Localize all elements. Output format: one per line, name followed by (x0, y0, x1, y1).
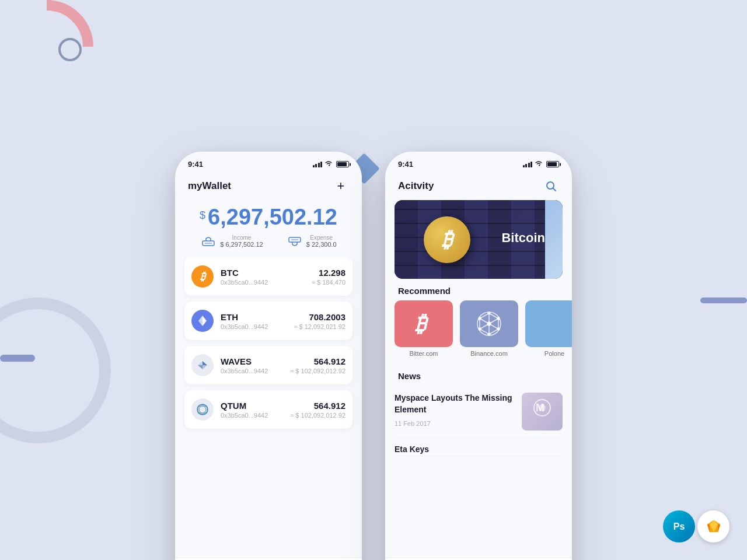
status-bar-2: 9:41 (385, 152, 572, 172)
recommend-card-binance[interactable]: Binance.com (460, 300, 518, 357)
status-time-1: 9:41 (188, 160, 203, 169)
phone-wallet: 9:41 (175, 152, 362, 560)
hero-preview-strip (545, 200, 563, 279)
eth-icon (196, 314, 209, 327)
svg-point-28 (487, 322, 491, 326)
news-title-1: Myspace Layouts The Missing Element (395, 393, 515, 415)
hero-image: ₿ Bitcoin (395, 200, 563, 279)
btc-logo: ₿ (191, 265, 214, 288)
eth-address: 0x3b5ca0...9442 (221, 323, 294, 330)
svg-text:M: M (536, 402, 544, 414)
add-button[interactable]: + (333, 178, 349, 194)
tools-badges: Ps (663, 510, 729, 542)
svg-point-34 (479, 317, 481, 320)
binance-image (460, 300, 518, 347)
coin-item-btc[interactable]: ₿ BTC 0x3b5ca0...9442 12.298 ≈ $ 184,470 (184, 257, 352, 296)
eth-name: ETH (221, 312, 294, 322)
balance-section: $ 6,297,502.12 Income (175, 199, 362, 257)
btc-address: 0x3b5ca0...9442 (221, 279, 312, 286)
phone-activity: 9:41 (385, 152, 572, 560)
qtum-usd: ≈ $ 102,092,012.92 (290, 412, 345, 419)
income-icon (200, 236, 217, 247)
recommend-title: Recommend (385, 279, 572, 300)
balance-display: $ 6,297,502.12 (188, 205, 349, 230)
bitter-btc-icon: ₿ (409, 309, 438, 338)
coin-item-waves[interactable]: WAVES 0x3b5ca0...9442 564.912 ≈ $ 102,09… (184, 346, 352, 384)
svg-line-21 (553, 188, 556, 191)
bg-decoration-bar-left (0, 355, 35, 362)
income-value: $ 6,297,502.12 (220, 241, 263, 248)
qtum-amount: 564.912 (290, 401, 345, 411)
expense-label: Expense (306, 235, 337, 241)
activity-title: Acitvity (398, 180, 434, 192)
eth-usd: ≈ $ 12,092,021.92 (294, 323, 345, 330)
battery-icon-1 (336, 161, 349, 167)
recommend-card-bitter[interactable]: ₿ Bitter.com (395, 300, 453, 357)
polone-image (525, 300, 572, 347)
news-title-2: Eta Keys (395, 444, 563, 456)
hero-bitcoin-label: Bitcoin (501, 230, 545, 246)
income-item: Income $ 6,297,502.12 (200, 235, 263, 248)
svg-point-31 (497, 328, 500, 330)
activity-header: Acitvity (385, 172, 572, 200)
news-thumb-1: M (522, 393, 563, 430)
waves-address: 0x3b5ca0...9442 (221, 368, 290, 374)
news-item-1[interactable]: Myspace Layouts The Missing Element 11 F… (395, 386, 563, 438)
qtum-address: 0x3b5ca0...9442 (221, 412, 290, 419)
sketch-icon (705, 518, 722, 536)
qtum-name: QTUM (221, 401, 290, 411)
btc-amount: 12.298 (312, 268, 345, 278)
waves-icon (196, 360, 210, 370)
svg-point-29 (488, 312, 490, 314)
balance-number: 6,297,502.12 (208, 205, 337, 230)
news-section: Myspace Layouts The Missing Element 11 F… (385, 386, 572, 456)
eth-logo (191, 310, 214, 332)
bitcoin-symbol: ₿ (442, 228, 452, 252)
sketch-badge (697, 510, 729, 542)
bg-decoration-bar-right (700, 298, 747, 303)
binance-polygon-icon (472, 306, 507, 341)
activity-content: Acitvity ₿ Bitcoin Recommend (385, 172, 572, 558)
svg-point-30 (497, 317, 500, 320)
status-time-2: 9:41 (398, 160, 413, 169)
dollar-sign: $ (200, 209, 205, 222)
svg-point-33 (479, 328, 481, 330)
signal-icon-1 (313, 162, 323, 167)
search-button[interactable] (543, 178, 559, 194)
income-expense-row: Income $ 6,297,502.12 (188, 235, 349, 248)
eth-amount: 708.2003 (294, 312, 345, 322)
news-title: News (385, 364, 572, 386)
coin-item-eth[interactable]: ETH 0x3b5ca0...9442 708.2003 ≈ $ 12,092,… (184, 302, 352, 340)
svg-point-9 (199, 406, 206, 413)
wallet-title: myWallet (188, 180, 231, 192)
binance-label: Binance.com (460, 350, 518, 357)
battery-icon-2 (546, 161, 559, 167)
status-icons-1 (313, 160, 350, 168)
status-icons-2 (523, 160, 560, 168)
waves-usd: ≈ $ 102,092,012.92 (290, 368, 345, 374)
income-label: Income (220, 235, 263, 241)
recommend-scroll: ₿ Bitter.com (385, 300, 572, 364)
qtum-icon (196, 402, 210, 416)
search-icon (545, 180, 557, 192)
news-item-2[interactable]: Eta Keys (395, 438, 563, 456)
coin-item-qtum[interactable]: QTUM 0x3b5ca0...9442 564.912 ≈ $ 102,092… (184, 390, 352, 429)
wifi-icon-2 (535, 160, 543, 168)
news-thumb-m-icon: M (528, 397, 557, 426)
news-date-1: 11 Feb 2017 (395, 420, 515, 427)
wallet-content: myWallet + $ 6,297,502.12 (175, 172, 362, 558)
recommend-card-polone[interactable]: Polone (525, 300, 572, 357)
coin-list: ₿ BTC 0x3b5ca0...9442 12.298 ≈ $ 184,470 (175, 257, 362, 558)
expense-value: $ 22,300.0 (306, 241, 337, 248)
waves-name: WAVES (221, 356, 290, 366)
bottom-nav-2: Assets Exchange (385, 558, 572, 560)
photoshop-badge: Ps (663, 510, 695, 542)
wifi-icon-1 (324, 160, 333, 168)
status-bar-1: 9:41 (175, 152, 362, 172)
bottom-nav-1: Assets Exchange (175, 558, 362, 560)
expense-icon (287, 236, 303, 247)
btc-usd: ≈ $ 184,470 (312, 279, 345, 286)
polone-label: Polone (525, 350, 572, 357)
signal-icon-2 (523, 162, 533, 167)
wallet-header: myWallet + (175, 172, 362, 199)
